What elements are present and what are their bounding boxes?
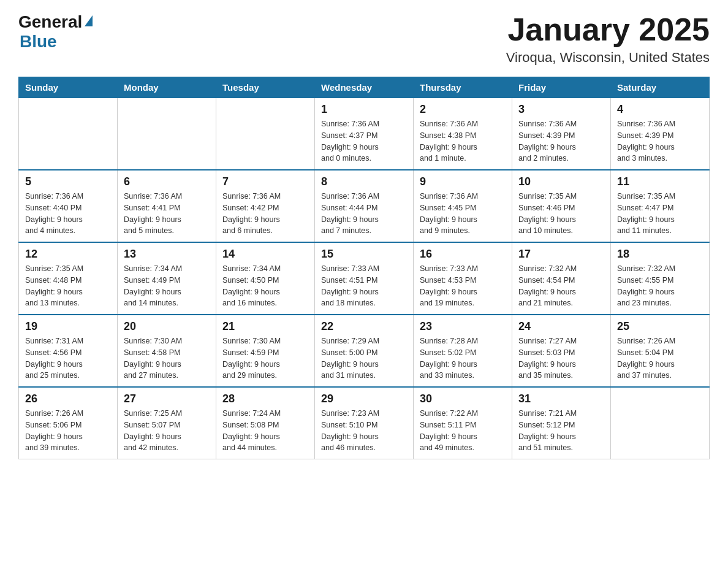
day-info: Sunrise: 7:27 AM Sunset: 5:03 PM Dayligh… bbox=[518, 335, 604, 381]
logo: General Blue bbox=[18, 12, 93, 52]
day-info: Sunrise: 7:35 AM Sunset: 4:47 PM Dayligh… bbox=[617, 191, 703, 237]
day-info: Sunrise: 7:36 AM Sunset: 4:38 PM Dayligh… bbox=[420, 118, 506, 164]
day-info: Sunrise: 7:36 AM Sunset: 4:37 PM Dayligh… bbox=[321, 118, 407, 164]
calendar-week-row: 26Sunrise: 7:26 AM Sunset: 5:06 PM Dayli… bbox=[19, 387, 710, 459]
calendar-cell: 10Sunrise: 7:35 AM Sunset: 4:46 PM Dayli… bbox=[512, 170, 611, 242]
day-number: 9 bbox=[420, 175, 506, 188]
day-info: Sunrise: 7:36 AM Sunset: 4:41 PM Dayligh… bbox=[124, 191, 210, 237]
calendar-cell bbox=[19, 98, 118, 170]
calendar-cell: 17Sunrise: 7:32 AM Sunset: 4:54 PM Dayli… bbox=[512, 242, 611, 315]
day-number: 17 bbox=[518, 248, 604, 261]
day-info: Sunrise: 7:33 AM Sunset: 4:51 PM Dayligh… bbox=[321, 263, 407, 309]
day-info: Sunrise: 7:26 AM Sunset: 5:04 PM Dayligh… bbox=[617, 335, 703, 381]
day-info: Sunrise: 7:21 AM Sunset: 5:12 PM Dayligh… bbox=[518, 408, 604, 454]
calendar-cell: 15Sunrise: 7:33 AM Sunset: 4:51 PM Dayli… bbox=[315, 242, 414, 315]
calendar-cell: 12Sunrise: 7:35 AM Sunset: 4:48 PM Dayli… bbox=[19, 242, 118, 315]
calendar-cell: 1Sunrise: 7:36 AM Sunset: 4:37 PM Daylig… bbox=[315, 98, 414, 170]
calendar-week-row: 19Sunrise: 7:31 AM Sunset: 4:56 PM Dayli… bbox=[19, 315, 710, 387]
calendar-cell: 11Sunrise: 7:35 AM Sunset: 4:47 PM Dayli… bbox=[611, 170, 710, 242]
day-number: 11 bbox=[617, 175, 703, 188]
logo-general-text: General bbox=[18, 12, 82, 32]
day-info: Sunrise: 7:33 AM Sunset: 4:53 PM Dayligh… bbox=[420, 263, 506, 309]
day-info: Sunrise: 7:23 AM Sunset: 5:10 PM Dayligh… bbox=[321, 408, 407, 454]
day-number: 28 bbox=[222, 393, 308, 405]
calendar-cell: 24Sunrise: 7:27 AM Sunset: 5:03 PM Dayli… bbox=[512, 315, 611, 387]
calendar-week-row: 5Sunrise: 7:36 AM Sunset: 4:40 PM Daylig… bbox=[19, 170, 710, 242]
column-header-sunday: Sunday bbox=[19, 77, 118, 98]
day-number: 21 bbox=[222, 320, 308, 333]
day-info: Sunrise: 7:26 AM Sunset: 5:06 PM Dayligh… bbox=[25, 408, 111, 454]
day-info: Sunrise: 7:34 AM Sunset: 4:49 PM Dayligh… bbox=[124, 263, 210, 309]
calendar-subtitle: Viroqua, Wisconsin, United States bbox=[506, 50, 710, 66]
calendar-week-row: 1Sunrise: 7:36 AM Sunset: 4:37 PM Daylig… bbox=[19, 98, 710, 170]
day-number: 24 bbox=[518, 320, 604, 333]
calendar-cell: 3Sunrise: 7:36 AM Sunset: 4:39 PM Daylig… bbox=[512, 98, 611, 170]
calendar-cell: 27Sunrise: 7:25 AM Sunset: 5:07 PM Dayli… bbox=[118, 387, 216, 459]
page-header: General Blue January 2025 Viroqua, Wisco… bbox=[18, 12, 710, 66]
day-number: 5 bbox=[25, 175, 111, 188]
calendar-cell: 8Sunrise: 7:36 AM Sunset: 4:44 PM Daylig… bbox=[315, 170, 414, 242]
day-info: Sunrise: 7:25 AM Sunset: 5:07 PM Dayligh… bbox=[124, 408, 210, 454]
calendar-cell: 25Sunrise: 7:26 AM Sunset: 5:04 PM Dayli… bbox=[611, 315, 710, 387]
calendar-cell bbox=[611, 387, 710, 459]
day-info: Sunrise: 7:36 AM Sunset: 4:42 PM Dayligh… bbox=[222, 191, 308, 237]
calendar-cell: 16Sunrise: 7:33 AM Sunset: 4:53 PM Dayli… bbox=[414, 242, 512, 315]
day-info: Sunrise: 7:32 AM Sunset: 4:54 PM Dayligh… bbox=[518, 263, 604, 309]
calendar-cell: 5Sunrise: 7:36 AM Sunset: 4:40 PM Daylig… bbox=[19, 170, 118, 242]
title-block: January 2025 Viroqua, Wisconsin, United … bbox=[506, 12, 710, 66]
day-info: Sunrise: 7:24 AM Sunset: 5:08 PM Dayligh… bbox=[222, 408, 308, 454]
day-number: 13 bbox=[124, 248, 210, 261]
calendar-cell: 31Sunrise: 7:21 AM Sunset: 5:12 PM Dayli… bbox=[512, 387, 611, 459]
calendar-cell: 13Sunrise: 7:34 AM Sunset: 4:49 PM Dayli… bbox=[118, 242, 216, 315]
day-number: 4 bbox=[617, 103, 703, 116]
calendar-title: January 2025 bbox=[506, 12, 710, 47]
calendar-cell: 20Sunrise: 7:30 AM Sunset: 4:58 PM Dayli… bbox=[118, 315, 216, 387]
day-number: 14 bbox=[222, 248, 308, 261]
calendar-cell: 19Sunrise: 7:31 AM Sunset: 4:56 PM Dayli… bbox=[19, 315, 118, 387]
day-info: Sunrise: 7:36 AM Sunset: 4:40 PM Dayligh… bbox=[25, 191, 111, 237]
day-info: Sunrise: 7:36 AM Sunset: 4:39 PM Dayligh… bbox=[518, 118, 604, 164]
day-info: Sunrise: 7:34 AM Sunset: 4:50 PM Dayligh… bbox=[222, 263, 308, 309]
day-info: Sunrise: 7:30 AM Sunset: 4:58 PM Dayligh… bbox=[124, 335, 210, 381]
calendar-header-row: SundayMondayTuesdayWednesdayThursdayFrid… bbox=[19, 77, 710, 98]
day-number: 29 bbox=[321, 393, 407, 405]
day-number: 27 bbox=[124, 393, 210, 405]
day-info: Sunrise: 7:35 AM Sunset: 4:46 PM Dayligh… bbox=[518, 191, 604, 237]
column-header-tuesday: Tuesday bbox=[216, 77, 315, 98]
calendar-cell: 29Sunrise: 7:23 AM Sunset: 5:10 PM Dayli… bbox=[315, 387, 414, 459]
day-number: 25 bbox=[617, 320, 703, 333]
day-number: 22 bbox=[321, 320, 407, 333]
column-header-monday: Monday bbox=[118, 77, 216, 98]
day-info: Sunrise: 7:32 AM Sunset: 4:55 PM Dayligh… bbox=[617, 263, 703, 309]
day-number: 8 bbox=[321, 175, 407, 188]
day-number: 3 bbox=[518, 103, 604, 116]
column-header-saturday: Saturday bbox=[611, 77, 710, 98]
calendar-cell: 21Sunrise: 7:30 AM Sunset: 4:59 PM Dayli… bbox=[216, 315, 315, 387]
day-number: 19 bbox=[25, 320, 111, 333]
calendar-cell: 2Sunrise: 7:36 AM Sunset: 4:38 PM Daylig… bbox=[414, 98, 512, 170]
day-info: Sunrise: 7:22 AM Sunset: 5:11 PM Dayligh… bbox=[420, 408, 506, 454]
calendar-cell: 26Sunrise: 7:26 AM Sunset: 5:06 PM Dayli… bbox=[19, 387, 118, 459]
day-number: 16 bbox=[420, 248, 506, 261]
day-info: Sunrise: 7:36 AM Sunset: 4:39 PM Dayligh… bbox=[617, 118, 703, 164]
day-info: Sunrise: 7:35 AM Sunset: 4:48 PM Dayligh… bbox=[25, 263, 111, 309]
logo-triangle-icon bbox=[85, 15, 93, 26]
day-number: 12 bbox=[25, 248, 111, 261]
calendar-cell: 28Sunrise: 7:24 AM Sunset: 5:08 PM Dayli… bbox=[216, 387, 315, 459]
calendar-cell bbox=[118, 98, 216, 170]
day-number: 23 bbox=[420, 320, 506, 333]
logo-blue-text: Blue bbox=[20, 32, 57, 51]
calendar-cell: 18Sunrise: 7:32 AM Sunset: 4:55 PM Dayli… bbox=[611, 242, 710, 315]
column-header-wednesday: Wednesday bbox=[315, 77, 414, 98]
calendar-cell: 6Sunrise: 7:36 AM Sunset: 4:41 PM Daylig… bbox=[118, 170, 216, 242]
day-number: 10 bbox=[518, 175, 604, 188]
day-number: 15 bbox=[321, 248, 407, 261]
day-number: 18 bbox=[617, 248, 703, 261]
day-number: 2 bbox=[420, 103, 506, 116]
calendar-cell: 22Sunrise: 7:29 AM Sunset: 5:00 PM Dayli… bbox=[315, 315, 414, 387]
calendar-week-row: 12Sunrise: 7:35 AM Sunset: 4:48 PM Dayli… bbox=[19, 242, 710, 315]
day-info: Sunrise: 7:36 AM Sunset: 4:44 PM Dayligh… bbox=[321, 191, 407, 237]
day-number: 31 bbox=[518, 393, 604, 405]
calendar-cell: 14Sunrise: 7:34 AM Sunset: 4:50 PM Dayli… bbox=[216, 242, 315, 315]
column-header-friday: Friday bbox=[512, 77, 611, 98]
